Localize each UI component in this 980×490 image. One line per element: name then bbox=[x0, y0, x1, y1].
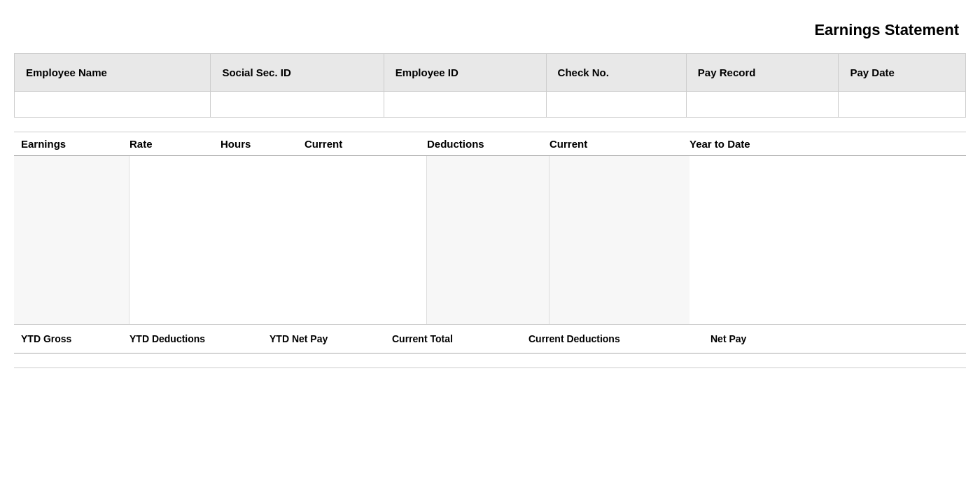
col-header-deductions: Deductions bbox=[427, 138, 550, 150]
earnings-col-headers: Earnings Rate Hours Current Deductions C… bbox=[14, 132, 966, 156]
col-employee-name: Employee Name bbox=[15, 54, 211, 92]
col-pay-record: Pay Record bbox=[686, 54, 839, 92]
check-no-value bbox=[546, 92, 686, 118]
col-header-ytd: Year to Date bbox=[690, 138, 830, 150]
current-data-cell bbox=[304, 156, 427, 324]
earnings-data-cell bbox=[14, 156, 130, 324]
col-header-rate: Rate bbox=[130, 138, 220, 150]
pay-record-value bbox=[686, 92, 839, 118]
col-employee-id: Employee ID bbox=[384, 54, 546, 92]
header-table: Employee Name Social Sec. ID Employee ID… bbox=[14, 53, 966, 118]
page-title: Earnings Statement bbox=[814, 21, 959, 38]
col-pay-date: Pay Date bbox=[839, 54, 966, 92]
deductions-data-cell bbox=[427, 156, 550, 324]
employee-name-value bbox=[15, 92, 211, 118]
col-check-no: Check No. bbox=[546, 54, 686, 92]
header-row: Employee Name Social Sec. ID Employee ID… bbox=[15, 54, 966, 92]
pay-date-value bbox=[839, 92, 966, 118]
earnings-data-rows bbox=[14, 156, 966, 325]
bottom-divider bbox=[14, 368, 966, 368]
col-header-earnings: Earnings bbox=[14, 138, 130, 150]
hours-data-cell bbox=[220, 156, 304, 324]
net-pay-label: Net Pay bbox=[710, 333, 850, 344]
col-header-current: Current bbox=[304, 138, 427, 150]
summary-row: YTD Gross YTD Deductions YTD Net Pay Cur… bbox=[14, 325, 966, 354]
ytd-data-cell bbox=[690, 156, 830, 324]
title-row: Earnings Statement bbox=[14, 14, 966, 53]
ded-current-data-cell bbox=[550, 156, 690, 324]
social-sec-value bbox=[211, 92, 384, 118]
ytd-deductions-label: YTD Deductions bbox=[130, 333, 270, 344]
employee-id-value bbox=[384, 92, 546, 118]
header-data-row bbox=[15, 92, 966, 118]
current-total-label: Current Total bbox=[392, 333, 528, 344]
ytd-net-pay-label: YTD Net Pay bbox=[270, 333, 392, 344]
ytd-gross-label: YTD Gross bbox=[14, 333, 130, 344]
col-social-sec-id: Social Sec. ID bbox=[211, 54, 384, 92]
current-deductions-label: Current Deductions bbox=[528, 333, 710, 344]
col-header-ded-current: Current bbox=[550, 138, 690, 150]
col-header-hours: Hours bbox=[220, 138, 304, 150]
main-section: Earnings Rate Hours Current Deductions C… bbox=[14, 132, 966, 368]
page-container: Earnings Statement Employee Name Social … bbox=[0, 0, 980, 382]
rate-data-cell bbox=[130, 156, 220, 324]
